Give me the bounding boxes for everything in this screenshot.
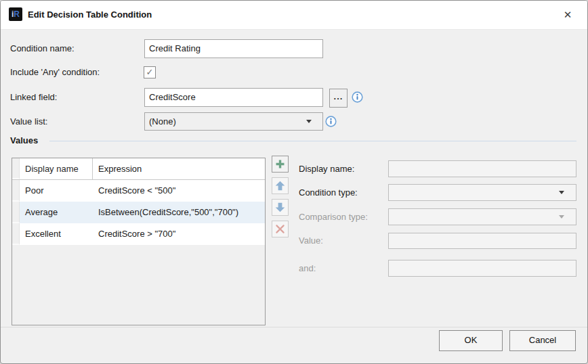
editor-display-name-input[interactable] <box>388 160 576 177</box>
chevron-down-icon <box>559 191 564 194</box>
browse-button[interactable]: ... <box>329 89 348 108</box>
value-list-dropdown[interactable]: (None) <box>144 112 323 131</box>
ok-button[interactable]: OK <box>439 330 503 351</box>
editor-display-name-label: Display name: <box>299 160 354 177</box>
editor-comparison-type-dropdown[interactable] <box>388 208 576 225</box>
close-icon[interactable]: ✕ <box>559 6 576 24</box>
column-header-expression: Expression <box>93 158 265 179</box>
editor-value-label: Value: <box>299 233 323 249</box>
check-icon: ✓ <box>146 67 154 77</box>
linked-field-label: Linked field: <box>10 88 57 107</box>
value-list-label: Value list: <box>10 112 47 131</box>
delete-value-button[interactable] <box>272 221 289 237</box>
condition-name-label: Condition name: <box>10 39 75 58</box>
row-selector[interactable] <box>12 202 20 223</box>
editor-value-input[interactable] <box>388 233 576 249</box>
value-list-info-icon[interactable] <box>325 116 337 127</box>
include-any-checkbox[interactable]: ✓ <box>144 66 156 78</box>
values-section-rule <box>49 141 576 141</box>
row-selector[interactable] <box>12 180 20 202</box>
editor-condition-type-label: Condition type: <box>299 184 358 201</box>
condition-name-input[interactable]: Credit Rating <box>144 39 323 58</box>
cell-expression: CreditScore < "500" <box>93 180 265 202</box>
move-down-button[interactable] <box>272 199 289 216</box>
linked-field-input[interactable]: CreditScore <box>144 88 323 107</box>
editor-comparison-type-label: Comparison type: <box>299 208 368 225</box>
edit-decision-table-condition-dialog: iR Edit Decision Table Condition ✕ Condi… <box>0 0 588 364</box>
values-section-title: Values <box>10 135 38 145</box>
table-row[interactable]: Poor CreditScore < "500" <box>12 180 265 202</box>
title-bar: iR Edit Decision Table Condition ✕ <box>1 1 587 30</box>
editor-condition-type-dropdown[interactable] <box>388 184 576 201</box>
cell-display-name: Poor <box>20 180 93 202</box>
x-icon <box>274 223 286 235</box>
footer-separator <box>1 327 587 327</box>
move-up-button[interactable] <box>272 177 289 194</box>
linked-field-info-icon[interactable] <box>352 91 363 103</box>
plus-icon <box>274 158 286 170</box>
cell-expression: IsBetween(CreditScore,"500","700") <box>93 202 265 223</box>
values-table: Display name Expression Poor CreditScore… <box>12 158 266 325</box>
table-row[interactable]: Excellent CreditScore > "700" <box>12 223 265 245</box>
chevron-down-icon <box>306 120 312 123</box>
cell-display-name: Excellent <box>20 223 93 245</box>
arrow-up-icon <box>274 180 286 191</box>
add-value-button[interactable] <box>272 156 289 173</box>
arrow-down-icon <box>274 202 286 213</box>
row-header-corner <box>12 158 20 179</box>
column-header-display-name: Display name <box>20 158 93 179</box>
table-row[interactable]: Average IsBetween(CreditScore,"500","700… <box>12 202 265 223</box>
cancel-button[interactable]: Cancel <box>509 330 576 351</box>
cell-expression: CreditScore > "700" <box>93 223 265 245</box>
editor-and-label: and: <box>299 260 316 277</box>
editor-and-input[interactable] <box>388 260 576 277</box>
row-selector[interactable] <box>12 223 20 245</box>
cell-display-name: Average <box>20 202 93 223</box>
include-any-label: Include 'Any' condition: <box>10 66 100 78</box>
dialog-title: Edit Decision Table Condition <box>28 1 152 29</box>
app-logo-icon: iR <box>9 7 22 21</box>
values-table-header: Display name Expression <box>12 158 265 180</box>
chevron-down-icon <box>559 215 564 219</box>
